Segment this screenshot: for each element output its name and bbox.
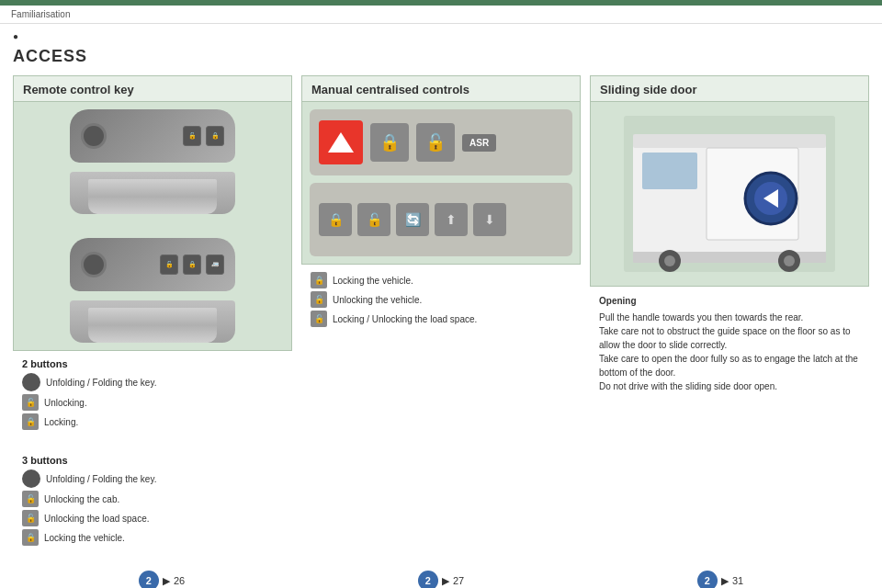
desc-text-2btn-1: Unlocking. — [44, 398, 87, 408]
sliding-door-image-area — [591, 102, 868, 286]
mc-icon-3: 🔄 — [405, 212, 421, 227]
lock-btn-closed: 🔒 — [370, 123, 409, 162]
fob-btn-2: 🔒 — [206, 126, 224, 146]
desc-area-2btn: 2 buttons Unfolding / Folding the key. 🔓… — [13, 351, 292, 440]
fob-circle-bottom — [81, 252, 107, 277]
svg-point-12 — [784, 255, 795, 266]
desc-text-2btn-0: Unfolding / Folding the key. — [46, 378, 156, 388]
desc-text-3btn-0: Unfolding / Folding the key. — [46, 474, 156, 484]
sliding-desc-line-2: Take care to open the door fully so as t… — [599, 352, 860, 379]
mc-icon-2: 🔓 — [367, 212, 382, 227]
control-box-upper: 🔒 🔓 ASR — [310, 109, 572, 175]
desc-item-3btn-1: 🔓 Unlocking the cab. — [22, 491, 283, 507]
ref-num-2: 27 — [453, 575, 464, 586]
mc-btn-4: ⬆ — [435, 203, 468, 236]
desc-text-3btn-3: Locking the vehicle. — [44, 533, 125, 543]
desc-item-3btn-2: 🔓 Unlocking the load space. — [22, 510, 283, 526]
panel-sliding-title: Sliding side door — [591, 76, 868, 102]
fob-btn-1: 🔓 — [183, 126, 201, 146]
icon-unlock-2btn: 🔓 — [22, 394, 39, 411]
sliding-desc-area: Opening Pull the handle towards you then… — [590, 287, 869, 401]
ref-arrow-2: ▶ — [442, 575, 449, 587]
ref-circle-3: 2 — [697, 571, 718, 588]
lock-btn-open: 🔓 — [416, 123, 455, 162]
icon-lock-load-m: 🔓 — [311, 311, 327, 327]
fob-btn-b3-icon: 🚐 — [211, 261, 220, 268]
icon-lock-vehicle-m: 🔒 — [311, 272, 327, 288]
manual-desc-text-0: Locking the vehicle. — [333, 276, 413, 286]
hazard-btn — [319, 120, 363, 164]
desc-heading-2btn: 2 buttons — [22, 358, 283, 369]
ref-num-3: 31 — [732, 575, 743, 586]
sliding-door-panel: Sliding side door — [590, 75, 869, 401]
manual-panel-inner: 🔒 🔓 ASR 🔒 🔓 🔄 ⬆ — [302, 102, 580, 264]
svg-rect-2 — [633, 134, 826, 148]
unlock-icon: 🔓 — [425, 132, 446, 153]
mc-btn-5: ⬇ — [473, 203, 506, 236]
page-ref-2: 2 ▶ 27 — [418, 571, 464, 588]
svg-rect-3 — [642, 153, 697, 189]
remote-key-image-area: 🔓 🔒 — [14, 102, 291, 350]
fob-btn-1-icon: 🔓 — [188, 132, 197, 140]
page-ref-1: 2 ▶ 26 — [139, 571, 185, 588]
manual-controls-panel: Manual centralised controls 🔒 🔓 — [301, 75, 581, 337]
ref-arrow-3: ▶ — [721, 575, 729, 587]
page-ref-3: 2 ▶ 31 — [697, 571, 743, 588]
desc-item-3btn-3: 🔒 Locking the vehicle. — [22, 529, 283, 546]
mc-btn-2: 🔓 — [357, 203, 390, 236]
fob-btn-b2-icon: 🔒 — [188, 261, 197, 268]
panel-manual-title: Manual centralised controls — [302, 76, 580, 102]
key-blade-top — [70, 172, 235, 214]
ref-num-1: 26 — [174, 575, 185, 586]
ref-circle-2: 2 — [418, 571, 438, 588]
fob-circle — [81, 123, 107, 149]
lock-icon: 🔒 — [379, 132, 400, 153]
manual-desc-area: 🔒 Locking the vehicle. 🔓 Unlocking the v… — [301, 265, 581, 337]
key-images: 🔓 🔒 — [21, 109, 284, 343]
breadcrumb-bar: Familiarisation — [0, 6, 882, 24]
desc-item-2btn-1: 🔓 Unlocking. — [22, 394, 283, 411]
key-fob-bottom: 🔓 🔒 🚐 — [70, 238, 235, 291]
ref-arrow-1: ▶ — [163, 575, 170, 587]
page-marker: ● — [13, 31, 18, 41]
breadcrumb: Familiarisation — [11, 9, 70, 19]
desc-area-3btn: 3 buttons Unfolding / Folding the key. 🔓… — [13, 447, 292, 556]
desc-item-2btn-0: Unfolding / Folding the key. — [22, 373, 283, 391]
asr-btn: ASR — [462, 134, 496, 152]
desc-text-3btn-1: Unlocking the cab. — [44, 494, 119, 504]
desc-heading-3btn: 3 buttons — [22, 455, 283, 466]
fob-btn-2-icon: 🔒 — [211, 132, 220, 140]
mc-btn-3: 🔄 — [396, 203, 429, 236]
icon-fold — [22, 373, 40, 391]
mc-icon-4: ⬆ — [446, 212, 457, 227]
icon-lock-vehicle: 🔒 — [22, 529, 39, 546]
remote-control-key-panel: Remote control key 🔓 🔒 — [13, 75, 292, 556]
sliding-desc-line-0: Pull the handle towards you then towards… — [599, 311, 860, 324]
multi-control-box: 🔒 🔓 🔄 ⬆ ⬇ — [310, 183, 572, 256]
panel-manual: Manual centralised controls 🔒 🔓 — [301, 75, 581, 265]
manual-desc-1: 🔓 Unlocking the vehicle. — [311, 291, 571, 308]
fob-btn-b1: 🔓 — [160, 254, 178, 275]
key-blade-inner-bottom — [88, 308, 217, 343]
manual-desc-2: 🔓 Locking / Unlocking the load space. — [311, 311, 571, 327]
sliding-desc-title: Opening — [599, 294, 860, 308]
key-blade-bottom — [70, 300, 235, 343]
fob-btn-b1-icon: 🔓 — [165, 261, 174, 268]
manual-desc-text-1: Unlocking the vehicle. — [333, 295, 422, 305]
fob-btn-b2: 🔒 — [183, 254, 201, 275]
desc-item-3btn-0: Unfolding / Folding the key. — [22, 469, 283, 488]
mc-btn-1: 🔒 — [319, 203, 352, 236]
fob-btn-b3: 🚐 — [206, 254, 224, 275]
panel-sliding: Sliding side door — [590, 75, 869, 287]
triangle-icon — [328, 132, 354, 153]
bottom-refs: 2 ▶ 26 2 ▶ 27 2 ▶ 31 — [13, 556, 869, 588]
icon-unlock-vehicle-m: 🔓 — [311, 291, 327, 308]
sliding-desc-line-3: Do not drive with the sliding side door … — [599, 379, 860, 393]
icon-unlock-cab: 🔓 — [22, 491, 39, 507]
van-svg — [624, 116, 835, 272]
ref-circle-1: 2 — [139, 571, 159, 588]
panel-remote-key: Remote control key 🔓 🔒 — [13, 75, 292, 351]
mc-icon-5: ⬇ — [484, 212, 495, 227]
key-blade-inner-top — [88, 179, 217, 214]
manual-desc-text-2: Locking / Unlocking the load space. — [333, 314, 477, 324]
